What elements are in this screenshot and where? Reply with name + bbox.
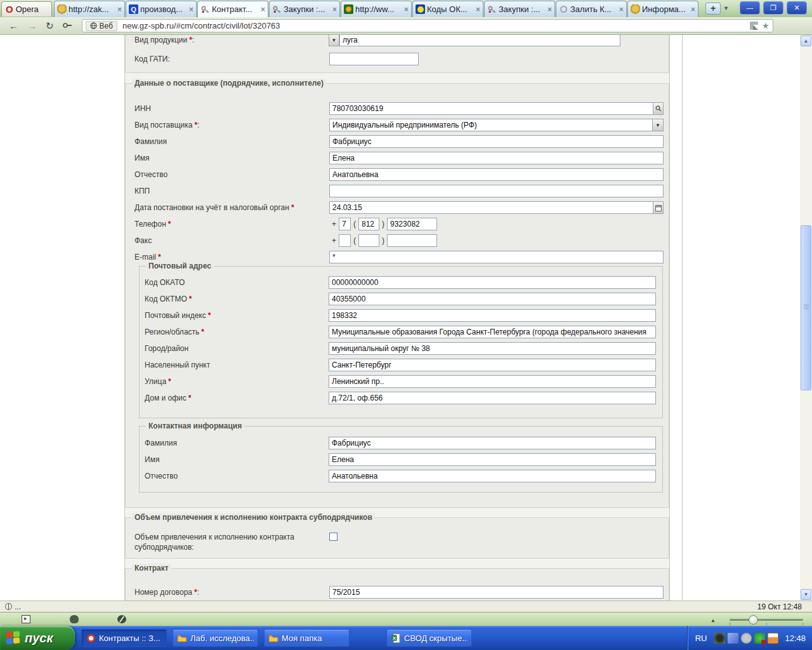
opera-menu-button[interactable]: O Opera bbox=[1, 1, 52, 17]
unite-icon[interactable] bbox=[70, 615, 79, 623]
form-row-inn: ИНН bbox=[126, 100, 669, 117]
turbo-icon[interactable] bbox=[117, 615, 126, 623]
scrollbar-thumb[interactable] bbox=[801, 225, 811, 390]
okato-input[interactable] bbox=[329, 276, 656, 289]
tab-upload[interactable]: Залить К... × bbox=[556, 1, 627, 17]
patronymic-input[interactable] bbox=[329, 168, 664, 181]
close-button[interactable]: ✕ bbox=[787, 1, 807, 15]
tab-zakupki-gov[interactable]: http://zak... × bbox=[54, 1, 125, 17]
street-input[interactable] bbox=[329, 375, 656, 388]
region-input[interactable] bbox=[329, 326, 656, 338]
phone-city-input[interactable] bbox=[358, 218, 379, 230]
minimize-button[interactable]: — bbox=[740, 1, 760, 15]
tab-close-icon[interactable]: × bbox=[117, 5, 122, 14]
inn-input[interactable] bbox=[329, 102, 653, 115]
contact-surname-input[interactable] bbox=[329, 437, 656, 449]
zip-input[interactable] bbox=[329, 309, 656, 322]
tab-close-icon[interactable]: × bbox=[476, 5, 480, 14]
start-button[interactable]: пуск bbox=[0, 626, 75, 650]
tab-close-icon[interactable]: × bbox=[189, 5, 193, 14]
oktmo-label: Код ОКТМО bbox=[145, 295, 187, 303]
fax-city-input[interactable] bbox=[358, 234, 379, 247]
taskbar-item-opera[interactable]: Контракты :: З... bbox=[81, 629, 167, 647]
restore-button[interactable]: ❐ bbox=[763, 1, 783, 15]
tab-zakupki-2[interactable]: Закупки :... × bbox=[484, 1, 555, 17]
language-indicator[interactable]: RU bbox=[695, 633, 707, 643]
contact-firstname-input[interactable] bbox=[329, 453, 656, 466]
zoom-slider[interactable] bbox=[730, 619, 803, 621]
fax-number-input[interactable] bbox=[387, 234, 437, 247]
tab-contract-active[interactable]: Контракт... × bbox=[197, 1, 268, 17]
loading-ring-icon bbox=[559, 4, 568, 14]
tab-search[interactable]: Q производ... × bbox=[126, 1, 197, 17]
tab-close-icon[interactable]: × bbox=[619, 5, 624, 14]
tab-zakupki-1[interactable]: Закупки :... × bbox=[269, 1, 340, 17]
scroll-down-icon[interactable]: ▼ bbox=[801, 589, 811, 600]
product-type-input[interactable] bbox=[339, 35, 620, 46]
contact-patronymic-input[interactable] bbox=[329, 470, 656, 482]
tab-close-icon[interactable]: × bbox=[404, 5, 409, 14]
bookmark-star-icon[interactable]: ★ bbox=[762, 21, 769, 30]
phone-number-input[interactable] bbox=[387, 218, 437, 230]
phone-country-input[interactable] bbox=[339, 218, 351, 230]
form-row-city: Город/район bbox=[140, 340, 662, 357]
tab-codes[interactable]: Коды ОК... × bbox=[412, 1, 483, 17]
tab-close-icon[interactable]: × bbox=[261, 5, 265, 14]
reload-icon[interactable]: ↻ bbox=[46, 20, 54, 32]
chevron-down-icon[interactable]: ▼ bbox=[652, 119, 663, 131]
address-field[interactable]: Веб new.gz-spb.ru/#cm/contract/civil/lot… bbox=[82, 19, 773, 32]
fax-country-input[interactable] bbox=[339, 234, 351, 247]
back-icon[interactable]: ← bbox=[9, 20, 18, 31]
green-site-icon bbox=[344, 4, 353, 14]
new-tab-button[interactable]: + bbox=[705, 3, 721, 15]
taskbar-item-folder-my[interactable]: Моя папка bbox=[264, 629, 350, 647]
taskbar-clock[interactable]: 12:48 bbox=[785, 633, 806, 643]
inn-search-icon[interactable] bbox=[653, 102, 664, 115]
firstname-input[interactable] bbox=[329, 152, 664, 164]
fax-label: Факс bbox=[134, 236, 152, 245]
street-label: Улица bbox=[145, 377, 166, 386]
tab-www[interactable]: http://ww... × bbox=[341, 1, 412, 17]
antivirus-spider-icon[interactable] bbox=[714, 633, 725, 644]
volume-icon[interactable] bbox=[741, 633, 752, 644]
contact-surname-label: Фамилия bbox=[145, 439, 177, 448]
tab-close-icon[interactable]: × bbox=[332, 5, 337, 14]
gati-input[interactable] bbox=[329, 53, 419, 65]
agent-alert-icon[interactable] bbox=[754, 633, 765, 644]
page-info-icon[interactable] bbox=[750, 22, 758, 30]
tab-list-chevron-icon[interactable]: ▼ bbox=[723, 5, 729, 11]
product-type-dropdown-icon[interactable]: ▼ bbox=[329, 35, 339, 46]
calendar-icon[interactable] bbox=[653, 201, 664, 214]
zoom-slider-thumb[interactable] bbox=[749, 615, 758, 625]
taskbar-item-folder-lab[interactable]: Лаб. исследова... bbox=[173, 629, 258, 647]
url-text[interactable]: new.gz-spb.ru/#cm/contract/civil/lot/320… bbox=[122, 21, 746, 30]
kpp-input[interactable] bbox=[329, 185, 664, 197]
scroll-up-icon[interactable]: ▲ bbox=[801, 36, 811, 46]
supplier-type-select[interactable]: Индивидуальный предприниматель (РФ) ▼ bbox=[329, 119, 664, 131]
locality-input[interactable] bbox=[329, 359, 656, 371]
city-input[interactable] bbox=[329, 342, 656, 355]
contract-number-input[interactable] bbox=[329, 586, 664, 599]
tab-close-icon[interactable]: × bbox=[547, 5, 552, 14]
messenger-icon[interactable] bbox=[728, 633, 738, 644]
zoom-menu-icon[interactable]: ▲ bbox=[710, 618, 716, 623]
contact-legend: Контактная информация bbox=[146, 421, 244, 430]
wand-password-icon[interactable] bbox=[63, 20, 73, 31]
tab-close-icon[interactable]: × bbox=[691, 5, 695, 14]
russia-emblem-icon bbox=[57, 4, 67, 14]
vertical-scrollbar[interactable]: ▲ ▼ bbox=[800, 35, 812, 600]
subcontract-checkbox[interactable] bbox=[329, 533, 337, 541]
email-input[interactable] bbox=[329, 251, 664, 263]
panels-toggle-icon[interactable] bbox=[22, 615, 30, 623]
surname-input[interactable] bbox=[329, 135, 664, 148]
oktmo-input[interactable] bbox=[329, 293, 656, 305]
web-badge[interactable]: Веб bbox=[86, 21, 117, 31]
taskbar-item-excel[interactable]: X СВОД скрытые... bbox=[386, 629, 472, 647]
forward-icon[interactable]: → bbox=[27, 20, 37, 31]
folder-icon bbox=[268, 633, 278, 643]
tax-date-input[interactable] bbox=[329, 201, 653, 214]
house-input[interactable] bbox=[329, 392, 656, 404]
orange-app-icon[interactable] bbox=[768, 633, 778, 644]
tab-info[interactable]: Информа... × bbox=[627, 1, 698, 17]
subcontract-panel: Объем привлечения к исполнению контракта… bbox=[125, 517, 669, 559]
